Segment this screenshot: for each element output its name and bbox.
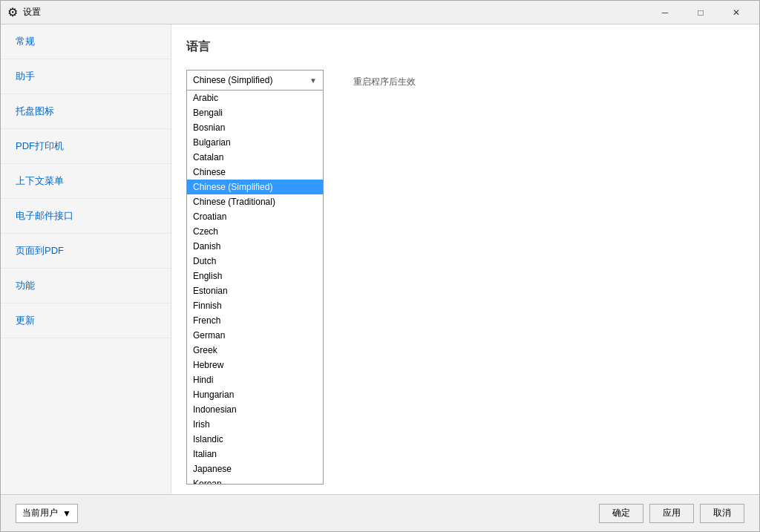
language-list-item[interactable]: Chinese (Traditional) [187, 194, 323, 209]
language-list-item[interactable]: English [187, 269, 323, 283]
minimize-button[interactable]: ─ [648, 1, 682, 24]
sidebar-item-update[interactable]: 更新 [1, 303, 171, 338]
maximize-button[interactable]: □ [684, 1, 718, 24]
language-list-item[interactable]: French [187, 313, 323, 328]
language-list-item[interactable]: Hindi [187, 372, 323, 387]
dropdown-arrow-icon: ▼ [309, 76, 317, 85]
language-section: Chinese (Simplified) ▼ ArabicBengaliBosn… [186, 70, 744, 91]
language-list[interactable]: ArabicBengaliBosnianBulgarianCatalanChin… [187, 91, 323, 484]
sidebar-item-general[interactable]: 常规 [1, 24, 171, 59]
language-list-item[interactable]: Hungarian [187, 387, 323, 402]
title-bar: ⚙ 设置 ─ □ ✕ [1, 1, 759, 24]
language-list-item[interactable]: Hebrew [187, 358, 323, 372]
sidebar-item-pdf-printer[interactable]: PDF打印机 [1, 129, 171, 164]
language-list-item[interactable]: Croatian [187, 209, 323, 224]
cancel-button[interactable]: 取消 [700, 504, 744, 523]
language-list-item[interactable]: Bengali [187, 105, 323, 120]
main-panel: 语言 Chinese (Simplified) ▼ ArabicBengaliB… [171, 24, 759, 494]
sidebar-item-context-menu[interactable]: 上下文菜单 [1, 164, 171, 199]
user-dropdown[interactable]: 当前用户 ▼ [16, 504, 78, 523]
language-list-item[interactable]: Greek [187, 343, 323, 358]
language-dropdown-container: Chinese (Simplified) ▼ ArabicBengaliBosn… [186, 70, 324, 91]
sidebar-item-tray-icon[interactable]: 托盘图标 [1, 94, 171, 129]
language-list-container: ArabicBengaliBosnianBulgarianCatalanChin… [186, 91, 324, 485]
sidebar-item-page-to-pdf[interactable]: 页面到PDF [1, 234, 171, 269]
section-title: 语言 [186, 39, 744, 55]
content-area: 常规 助手 托盘图标 PDF打印机 上下文菜单 电子邮件接口 页面到PDF 功能 [1, 24, 759, 494]
language-list-item[interactable]: Indonesian [187, 402, 323, 417]
close-button[interactable]: ✕ [719, 1, 753, 24]
ok-button[interactable]: 确定 [599, 504, 643, 523]
language-list-item[interactable]: Catalan [187, 150, 323, 165]
language-list-item[interactable]: Bosnian [187, 120, 323, 135]
language-list-item[interactable]: Arabic [187, 91, 323, 105]
window-icon: ⚙ [7, 7, 19, 19]
selected-language-text: Chinese (Simplified) [193, 75, 272, 85]
sidebar-item-email-interface[interactable]: 电子邮件接口 [1, 199, 171, 234]
window-controls: ─ □ ✕ [648, 1, 753, 24]
language-list-item[interactable]: Korean [187, 476, 323, 484]
restart-notice: 重启程序后生效 [353, 76, 416, 88]
language-list-item[interactable]: Chinese (Simplified) [187, 180, 323, 194]
sidebar-item-function[interactable]: 功能 [1, 269, 171, 303]
window-title: 设置 [23, 6, 648, 19]
language-list-item[interactable]: Chinese [187, 165, 323, 180]
language-list-item[interactable]: Irish [187, 417, 323, 432]
language-list-item[interactable]: Estonian [187, 283, 323, 298]
user-dropdown-arrow-icon: ▼ [62, 508, 71, 519]
language-list-item[interactable]: Japanese [187, 462, 323, 476]
sidebar-item-assistant[interactable]: 助手 [1, 59, 171, 94]
language-list-item[interactable]: Dutch [187, 254, 323, 269]
user-label: 当前用户 [22, 507, 58, 519]
settings-window: ⚙ 设置 ─ □ ✕ 常规 助手 托盘图标 PDF打印机 上下文菜单 [0, 0, 760, 532]
sidebar: 常规 助手 托盘图标 PDF打印机 上下文菜单 电子邮件接口 页面到PDF 功能 [1, 24, 171, 494]
language-dropdown[interactable]: Chinese (Simplified) ▼ [186, 70, 324, 91]
language-list-item[interactable]: Islandic [187, 432, 323, 447]
language-list-item[interactable]: Czech [187, 224, 323, 239]
language-list-item[interactable]: Danish [187, 239, 323, 254]
apply-button[interactable]: 应用 [649, 504, 694, 523]
language-list-item[interactable]: Finnish [187, 298, 323, 313]
language-list-item[interactable]: German [187, 328, 323, 343]
footer-left: 当前用户 ▼ [16, 504, 593, 523]
footer: 当前用户 ▼ 确定 应用 取消 [1, 494, 759, 531]
language-list-item[interactable]: Bulgarian [187, 135, 323, 150]
language-list-item[interactable]: Italian [187, 447, 323, 462]
